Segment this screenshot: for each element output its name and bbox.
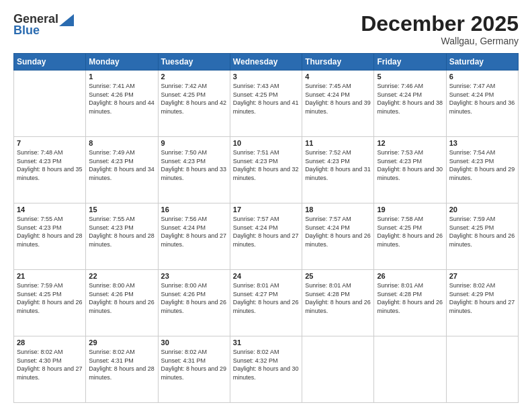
day-info: Sunrise: 8:01 AMSunset: 4:28 PMDaylight:… <box>305 281 371 315</box>
day-number: 10 <box>233 139 299 147</box>
calendar-cell: 8Sunrise: 7:49 AMSunset: 4:23 PMDaylight… <box>86 137 158 203</box>
calendar-cell: 15Sunrise: 7:55 AMSunset: 4:23 PMDayligh… <box>86 203 158 270</box>
day-number: 29 <box>89 338 154 347</box>
title-block: December 2025 Wallgau, Germany <box>361 12 519 46</box>
day-number: 2 <box>161 73 227 81</box>
calendar-cell: 23Sunrise: 8:00 AMSunset: 4:26 PMDayligh… <box>158 270 230 336</box>
day-number: 23 <box>161 272 227 280</box>
logo-icon <box>59 14 74 26</box>
day-info: Sunrise: 8:02 AMSunset: 4:32 PMDaylight:… <box>233 348 299 381</box>
header-sunday: Sunday <box>14 54 86 71</box>
header-monday: Monday <box>86 54 158 71</box>
calendar-cell: 2Sunrise: 7:42 AMSunset: 4:25 PMDaylight… <box>158 71 230 137</box>
day-info: Sunrise: 7:49 AMSunset: 4:23 PMDaylight:… <box>89 148 154 182</box>
calendar-cell: 24Sunrise: 8:01 AMSunset: 4:27 PMDayligh… <box>230 270 302 336</box>
day-info: Sunrise: 7:52 AMSunset: 4:23 PMDaylight:… <box>305 148 371 182</box>
day-info: Sunrise: 8:02 AMSunset: 4:29 PMDaylight:… <box>449 281 515 315</box>
calendar-table: Sunday Monday Tuesday Wednesday Thursday… <box>13 53 519 403</box>
calendar-cell: 3Sunrise: 7:43 AMSunset: 4:25 PMDaylight… <box>230 71 302 137</box>
day-info: Sunrise: 7:55 AMSunset: 4:23 PMDaylight:… <box>89 215 154 248</box>
day-number: 11 <box>305 139 371 147</box>
header-wednesday: Wednesday <box>230 54 302 71</box>
calendar-cell: 17Sunrise: 7:57 AMSunset: 4:24 PMDayligh… <box>230 203 302 270</box>
calendar-cell: 25Sunrise: 8:01 AMSunset: 4:28 PMDayligh… <box>302 270 374 336</box>
day-info: Sunrise: 8:02 AMSunset: 4:31 PMDaylight:… <box>89 348 154 381</box>
day-number: 26 <box>377 272 443 280</box>
svg-marker-0 <box>59 14 74 26</box>
day-info: Sunrise: 7:45 AMSunset: 4:24 PMDaylight:… <box>305 82 371 116</box>
day-info: Sunrise: 7:59 AMSunset: 4:25 PMDaylight:… <box>449 215 515 248</box>
header: General Blue December 2025 Wallgau, Germ… <box>13 12 519 46</box>
calendar-cell: 26Sunrise: 8:01 AMSunset: 4:28 PMDayligh… <box>374 270 446 336</box>
day-info: Sunrise: 7:42 AMSunset: 4:25 PMDaylight:… <box>161 82 227 116</box>
page: General Blue December 2025 Wallgau, Germ… <box>0 0 532 411</box>
day-info: Sunrise: 8:02 AMSunset: 4:30 PMDaylight:… <box>17 348 83 381</box>
calendar-cell: 10Sunrise: 7:51 AMSunset: 4:23 PMDayligh… <box>230 137 302 203</box>
calendar-cell: 21Sunrise: 7:59 AMSunset: 4:25 PMDayligh… <box>14 270 86 336</box>
calendar-cell: 5Sunrise: 7:46 AMSunset: 4:24 PMDaylight… <box>374 71 446 137</box>
day-info: Sunrise: 7:41 AMSunset: 4:26 PMDaylight:… <box>89 82 154 116</box>
location: Wallgau, Germany <box>361 36 519 46</box>
day-number: 5 <box>377 73 443 81</box>
day-info: Sunrise: 7:54 AMSunset: 4:23 PMDaylight:… <box>449 148 515 182</box>
day-number: 18 <box>305 205 371 214</box>
day-number: 13 <box>449 139 515 147</box>
calendar-cell: 18Sunrise: 7:57 AMSunset: 4:24 PMDayligh… <box>302 203 374 270</box>
day-number: 12 <box>377 139 443 147</box>
day-number: 30 <box>161 338 227 347</box>
calendar-cell <box>374 336 446 403</box>
day-number: 1 <box>89 73 154 81</box>
week-row-1: 7Sunrise: 7:48 AMSunset: 4:23 PMDaylight… <box>14 137 519 203</box>
day-number: 28 <box>17 338 83 347</box>
day-number: 24 <box>233 272 299 280</box>
calendar-cell: 4Sunrise: 7:45 AMSunset: 4:24 PMDaylight… <box>302 71 374 137</box>
week-row-0: 1Sunrise: 7:41 AMSunset: 4:26 PMDaylight… <box>14 71 519 137</box>
day-info: Sunrise: 8:01 AMSunset: 4:28 PMDaylight:… <box>377 281 443 315</box>
calendar-cell: 9Sunrise: 7:50 AMSunset: 4:23 PMDaylight… <box>158 137 230 203</box>
calendar-cell: 19Sunrise: 7:58 AMSunset: 4:25 PMDayligh… <box>374 203 446 270</box>
day-info: Sunrise: 7:47 AMSunset: 4:24 PMDaylight:… <box>449 82 515 116</box>
day-info: Sunrise: 7:51 AMSunset: 4:23 PMDaylight:… <box>233 148 299 182</box>
day-number: 25 <box>305 272 371 280</box>
day-number: 31 <box>233 338 299 347</box>
day-number: 3 <box>233 73 299 81</box>
day-info: Sunrise: 7:50 AMSunset: 4:23 PMDaylight:… <box>161 148 227 182</box>
calendar-cell: 16Sunrise: 7:56 AMSunset: 4:24 PMDayligh… <box>158 203 230 270</box>
day-info: Sunrise: 7:58 AMSunset: 4:25 PMDaylight:… <box>377 215 443 248</box>
calendar-cell: 22Sunrise: 8:00 AMSunset: 4:26 PMDayligh… <box>86 270 158 336</box>
calendar-cell <box>302 336 374 403</box>
calendar-cell: 13Sunrise: 7:54 AMSunset: 4:23 PMDayligh… <box>446 137 518 203</box>
day-info: Sunrise: 8:00 AMSunset: 4:26 PMDaylight:… <box>89 281 154 315</box>
calendar-header-row: Sunday Monday Tuesday Wednesday Thursday… <box>14 54 519 71</box>
day-info: Sunrise: 7:57 AMSunset: 4:24 PMDaylight:… <box>233 215 299 248</box>
header-thursday: Thursday <box>302 54 374 71</box>
day-info: Sunrise: 7:59 AMSunset: 4:25 PMDaylight:… <box>17 281 83 315</box>
calendar-cell: 29Sunrise: 8:02 AMSunset: 4:31 PMDayligh… <box>86 336 158 403</box>
day-info: Sunrise: 7:56 AMSunset: 4:24 PMDaylight:… <box>161 215 227 248</box>
day-number: 19 <box>377 205 443 214</box>
logo-blue: Blue <box>13 24 40 38</box>
calendar-cell: 7Sunrise: 7:48 AMSunset: 4:23 PMDaylight… <box>14 137 86 203</box>
week-row-2: 14Sunrise: 7:55 AMSunset: 4:23 PMDayligh… <box>14 203 519 270</box>
day-number: 8 <box>89 139 154 147</box>
day-info: Sunrise: 7:48 AMSunset: 4:23 PMDaylight:… <box>17 148 83 182</box>
day-number: 16 <box>161 205 227 214</box>
day-number: 15 <box>89 205 154 214</box>
day-number: 22 <box>89 272 154 280</box>
calendar-cell: 12Sunrise: 7:53 AMSunset: 4:23 PMDayligh… <box>374 137 446 203</box>
calendar-cell: 31Sunrise: 8:02 AMSunset: 4:32 PMDayligh… <box>230 336 302 403</box>
day-number: 20 <box>449 205 515 214</box>
calendar-cell: 28Sunrise: 8:02 AMSunset: 4:30 PMDayligh… <box>14 336 86 403</box>
calendar-cell: 27Sunrise: 8:02 AMSunset: 4:29 PMDayligh… <box>446 270 518 336</box>
day-number: 21 <box>17 272 83 280</box>
day-info: Sunrise: 7:46 AMSunset: 4:24 PMDaylight:… <box>377 82 443 116</box>
day-number: 4 <box>305 73 371 81</box>
calendar-cell: 30Sunrise: 8:02 AMSunset: 4:31 PMDayligh… <box>158 336 230 403</box>
day-number: 17 <box>233 205 299 214</box>
day-number: 7 <box>17 139 83 147</box>
week-row-3: 21Sunrise: 7:59 AMSunset: 4:25 PMDayligh… <box>14 270 519 336</box>
month-title: December 2025 <box>361 12 519 36</box>
header-friday: Friday <box>374 54 446 71</box>
week-row-4: 28Sunrise: 8:02 AMSunset: 4:30 PMDayligh… <box>14 336 519 403</box>
day-number: 27 <box>449 272 515 280</box>
